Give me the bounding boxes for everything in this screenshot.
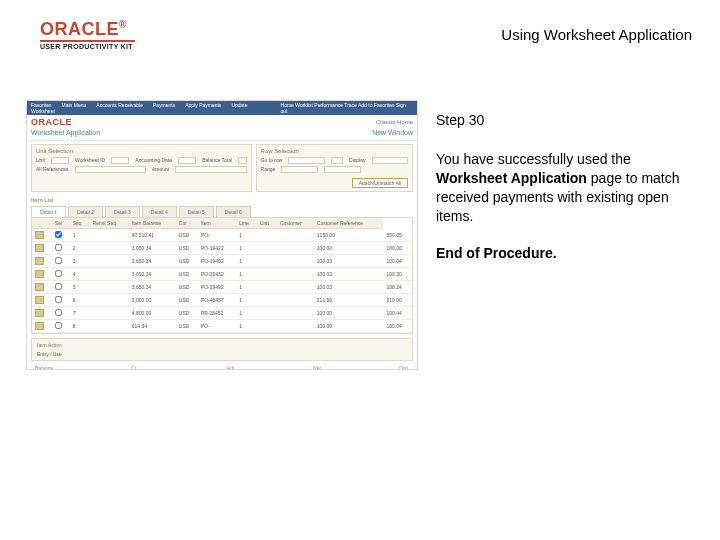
unmatch-button: Attach/Unmatch All (352, 178, 408, 188)
row-selection-panel: Row Selection Go to rowDisplay Range Att… (256, 144, 413, 192)
balance-row: Balance2,515.17Cr1,320.13Adj0.00Net0.00D… (27, 361, 417, 370)
item-action-panel: Item Action Entry / Use (31, 338, 413, 361)
product-subbrand: USER PRODUCTIVITY KIT (40, 43, 135, 50)
oracle-wordmark: ORACLE (40, 19, 119, 39)
embedded-app-screenshot: FavoritesMain MenuAccounts ReceivablePay… (26, 100, 418, 370)
instruction-body: You have successfully used the Worksheet… (436, 150, 700, 226)
item-list-label: Item List (27, 195, 417, 203)
classic-home-link: Classic Home (376, 119, 413, 125)
app-top-bar: FavoritesMain MenuAccounts ReceivablePay… (27, 101, 417, 115)
detail-tabs: Detail 1 Detail 2 Detail 3 Detail 4 Deta… (27, 203, 417, 217)
end-of-procedure: End of Procedure. (436, 244, 700, 263)
app-brand-small: ORACLE (31, 117, 72, 127)
instruction-panel: Step 30 You have successfully used the W… (436, 100, 700, 370)
logo-divider (40, 40, 135, 42)
step-label: Step 30 (436, 112, 700, 128)
unit-selection-panel: Unit Selection UnitWorksheet IDAccountin… (31, 144, 252, 192)
page-title: Worksheet Application (31, 129, 100, 136)
oracle-logo-block: ORACLE® USER PRODUCTIVITY KIT (40, 20, 135, 50)
registered-mark: ® (119, 19, 127, 30)
item-grid: SelSeqRemit SeqItem BalanceCurItemLineUn… (31, 217, 413, 334)
document-title: Using Worksheet Application (501, 26, 692, 43)
new-window-link: New Window (372, 129, 413, 136)
breadcrumb-menu: FavoritesMain MenuAccounts ReceivablePay… (31, 102, 281, 114)
oracle-logo: ORACLE® (40, 20, 135, 38)
app-brand-row: ORACLE Classic Home (27, 115, 417, 127)
app-top-links: Home Worklist Performance Trace Add to F… (281, 102, 413, 114)
